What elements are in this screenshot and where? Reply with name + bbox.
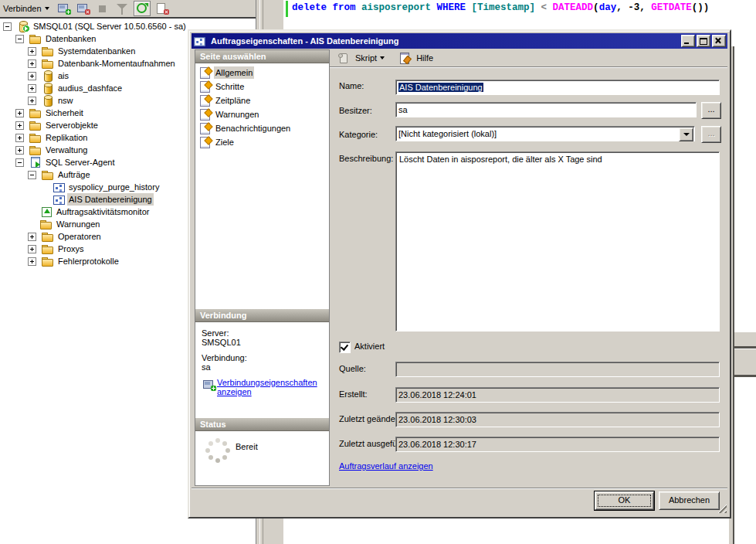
tree-item-label: Auftragsaktivitätsmonitor bbox=[55, 206, 151, 218]
page-item-general[interactable]: Allgemein bbox=[195, 66, 329, 80]
description-textarea[interactable]: Löscht Daten in aisposreport, die älter … bbox=[395, 151, 720, 332]
category-select[interactable]: [Nicht kategorisiert (lokal)] bbox=[395, 126, 695, 141]
page-icon bbox=[199, 136, 212, 148]
help-label: Hilfe bbox=[416, 53, 433, 63]
connection-properties-icon bbox=[202, 378, 217, 392]
tree-item-label: Systemdatenbanken bbox=[56, 45, 137, 57]
tree-item-label: Fehlerprotokolle bbox=[56, 255, 120, 267]
folder-icon bbox=[42, 230, 54, 243]
expand-icon[interactable] bbox=[28, 47, 36, 56]
script-error-icon[interactable] bbox=[154, 2, 170, 15]
created-field: 23.06.2018 12:24:01 bbox=[395, 387, 720, 403]
tree-item-label: nsw bbox=[56, 94, 75, 107]
tree-item-label: Warnungen bbox=[55, 218, 101, 230]
job-history-link[interactable]: Auftragsverlauf anzeigen bbox=[339, 461, 433, 471]
page-item-schedules[interactable]: Zeitpläne bbox=[195, 94, 329, 107]
page-item-alerts[interactable]: Warnungen bbox=[195, 107, 329, 121]
help-button[interactable]: Hilfe bbox=[395, 50, 436, 66]
owner-browse-button[interactable]: ... bbox=[701, 102, 721, 119]
connect-server-icon[interactable] bbox=[56, 2, 72, 15]
ok-button[interactable]: OK bbox=[595, 491, 654, 510]
sql-token: ( bbox=[593, 2, 599, 13]
source-label: Quelle: bbox=[339, 364, 366, 373]
folder-icon bbox=[42, 255, 54, 267]
page-icon bbox=[199, 94, 212, 107]
server-value: SMSQL01 bbox=[202, 338, 329, 347]
dialog-titlebar[interactable]: Auftragseigenschaften - AIS Datenbereini… bbox=[192, 33, 727, 49]
status-header: Status bbox=[195, 418, 329, 431]
connect-dropdown-button[interactable]: Verbinden bbox=[0, 2, 53, 15]
collapse-icon[interactable] bbox=[15, 35, 24, 43]
owner-input[interactable]: sa bbox=[395, 102, 697, 117]
collapse-icon[interactable] bbox=[15, 158, 24, 167]
expand-icon[interactable] bbox=[28, 233, 36, 241]
modified-value: 23.06.2018 12:30:03 bbox=[398, 415, 476, 424]
page-item-label: Benachrichtigungen bbox=[214, 122, 292, 134]
view-connection-properties-link[interactable]: Verbindungseigenschaften anzeigen bbox=[217, 378, 317, 396]
job-icon bbox=[53, 181, 65, 193]
connection-header: Verbindung bbox=[195, 309, 329, 322]
expand-icon[interactable] bbox=[28, 60, 36, 68]
expand-icon[interactable] bbox=[28, 257, 36, 266]
change-bar bbox=[286, 1, 288, 17]
description-value: Löscht Daten in aisposreport, die älter … bbox=[399, 155, 602, 164]
expand-icon[interactable] bbox=[15, 121, 24, 130]
maximize-icon[interactable] bbox=[697, 35, 710, 47]
ssms-window: Verbinden SMSQL01 (SQL Server 10.50.6560… bbox=[0, 0, 756, 544]
tree-item-label: Serverobjekte bbox=[44, 119, 100, 131]
dialog-left-panel: Seite auswählen Allgemein Schritte Zeitp… bbox=[195, 49, 330, 486]
expand-icon[interactable] bbox=[15, 146, 24, 155]
folder-icon bbox=[29, 144, 42, 156]
connection-panel: Server: SMSQL01 Verbindung: sa Verbindun… bbox=[195, 322, 329, 418]
tree-item-label: audius_dashface bbox=[56, 82, 124, 94]
database-icon bbox=[42, 82, 54, 94]
name-label: Name: bbox=[339, 81, 364, 90]
collapse-icon[interactable] bbox=[28, 171, 36, 179]
expand-icon[interactable] bbox=[15, 109, 24, 117]
category-browse-button: ... bbox=[701, 126, 721, 143]
activity-monitor-icon bbox=[40, 206, 53, 218]
background-toolbar-band bbox=[734, 332, 756, 347]
executed-field: 23.06.2018 12:30:17 bbox=[395, 437, 720, 452]
page-item-targets[interactable]: Ziele bbox=[195, 135, 329, 149]
sql-token: , -3, bbox=[616, 2, 651, 13]
owner-label: Besitzer: bbox=[339, 106, 372, 115]
stop-icon bbox=[95, 2, 110, 15]
collapse-icon[interactable] bbox=[3, 22, 12, 31]
description-label: Beschreibung: bbox=[339, 154, 393, 163]
expand-icon[interactable] bbox=[28, 245, 36, 253]
connection-label: Verbindung: bbox=[202, 353, 329, 362]
source-field bbox=[395, 362, 720, 377]
page-item-steps[interactable]: Schritte bbox=[195, 80, 329, 94]
close-icon[interactable] bbox=[712, 35, 726, 47]
progress-spinner-icon bbox=[205, 437, 231, 464]
status-text: Bereit bbox=[236, 442, 258, 451]
script-button[interactable]: Skript bbox=[334, 50, 388, 66]
tree-item-label: Datenbank-Momentaufnahmen bbox=[56, 57, 177, 70]
enabled-checkbox[interactable] bbox=[339, 342, 351, 353]
category-label: Kategorie: bbox=[339, 130, 378, 139]
page-item-label: Warnungen bbox=[214, 108, 260, 121]
minimize-icon[interactable] bbox=[681, 35, 695, 47]
disconnect-server-icon[interactable] bbox=[76, 2, 91, 15]
dropdown-arrow-icon[interactable] bbox=[679, 128, 693, 141]
page-item-label: Zeitpläne bbox=[214, 94, 252, 107]
tree-item-label: Verwaltung bbox=[44, 144, 89, 156]
refresh-icon[interactable] bbox=[134, 1, 151, 16]
background-toolbar-band bbox=[734, 348, 756, 376]
name-input[interactable]: AIS Datenbereinigung bbox=[395, 80, 720, 95]
script-scroll-icon bbox=[337, 52, 350, 64]
expand-icon[interactable] bbox=[28, 84, 36, 93]
executed-value: 23.06.2018 12:30:17 bbox=[398, 440, 476, 449]
connect-label: Verbinden bbox=[3, 4, 42, 13]
tree-item-label-selected: AIS Datenbereinigung bbox=[67, 193, 154, 206]
expand-icon[interactable] bbox=[15, 134, 24, 142]
page-item-notifications[interactable]: Benachrichtigungen bbox=[195, 121, 329, 135]
expand-icon[interactable] bbox=[28, 97, 36, 105]
script-label: Skript bbox=[355, 53, 377, 63]
cancel-button[interactable]: Abbrechen bbox=[659, 491, 720, 510]
tree-item-label: SMSQL01 (SQL Server 10.50.6560 - sa) bbox=[32, 20, 188, 32]
expand-icon[interactable] bbox=[28, 72, 36, 80]
tree-item-label: Sicherheit bbox=[44, 107, 85, 119]
job-icon bbox=[53, 193, 65, 206]
